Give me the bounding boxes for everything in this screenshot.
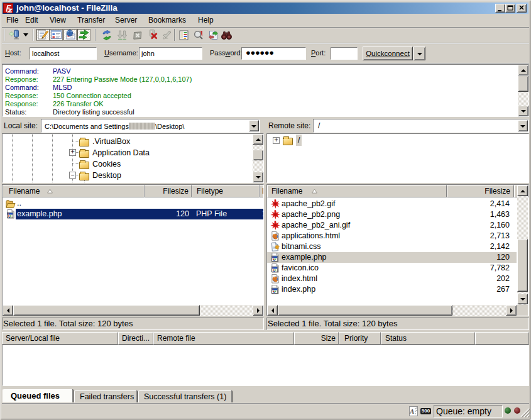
svg-text:A: A [410,407,414,415]
